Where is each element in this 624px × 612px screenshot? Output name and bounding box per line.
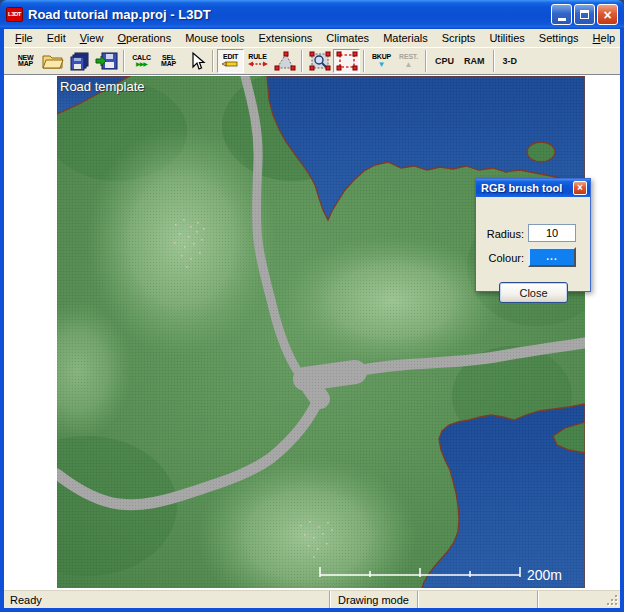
status-message: Ready [4, 591, 330, 608]
pencil-icon [222, 60, 240, 68]
select-map-button[interactable]: SEL MAP [155, 49, 182, 73]
pointer-tool-button[interactable] [182, 49, 209, 73]
scale-label: 200m [527, 567, 562, 583]
dialog-title: RGB brush tool [481, 182, 573, 194]
new-map-button[interactable]: NEW MAP [12, 49, 39, 73]
stacked-disks-icon [69, 51, 91, 71]
open-project-button[interactable] [39, 49, 66, 73]
close-button[interactable]: × [597, 4, 618, 25]
app-icon: L3DT [6, 7, 23, 22]
title-bar[interactable]: L3DT Road tutorial map.proj - L3DT × [0, 0, 624, 29]
cpu-indicator[interactable]: CPU [430, 56, 459, 66]
backup-arrow-icon: ▼ [378, 61, 386, 68]
marquee-selection-button[interactable] [333, 49, 360, 73]
menu-item-mouse-tools[interactable]: Mouse tools [178, 30, 251, 46]
minimize-icon [558, 18, 566, 21]
ruler-tool-button[interactable]: RULE [244, 49, 271, 73]
app-window: L3DT Road tutorial map.proj - L3DT × Fil… [0, 0, 624, 612]
maximize-icon [580, 10, 589, 19]
radius-input[interactable] [528, 224, 576, 242]
status-pane-empty-1 [418, 591, 538, 608]
save-map-button[interactable] [93, 49, 120, 73]
zoom-selection-icon [309, 51, 331, 71]
menu-item-scripts[interactable]: Scripts [435, 30, 483, 46]
status-pane-empty-2 [538, 591, 620, 608]
toolbar: NEW MAP [4, 47, 620, 74]
measure-arrow-icon [248, 60, 268, 68]
calc-map-button[interactable]: CALC ▶▶▶ [128, 49, 155, 73]
menu-item-edit[interactable]: Edit [40, 30, 73, 46]
edit-tool-button[interactable]: EDIT [217, 49, 244, 73]
toolbar-separator [301, 50, 303, 72]
window-border-bottom [0, 608, 624, 612]
save-all-button[interactable] [66, 49, 93, 73]
toolbar-separator [363, 50, 365, 72]
menu-item-settings[interactable]: Settings [532, 30, 586, 46]
restore-button: REST. ▲ [395, 49, 422, 73]
toolbar-separator [425, 50, 427, 72]
dialog-title-bar[interactable]: RGB brush tool × [476, 179, 590, 197]
menu-bar: File Edit View Operations Mouse tools Ex… [4, 29, 620, 47]
polygon-select-button[interactable] [271, 49, 298, 73]
window-title: Road tutorial map.proj - L3DT [28, 7, 551, 22]
selection-rectangle-icon [336, 51, 358, 71]
colour-picker-button[interactable]: ... [528, 247, 576, 267]
status-bar: Ready Drawing mode [4, 590, 620, 608]
colour-label: Colour: [478, 252, 524, 264]
cursor-arrow-icon [186, 51, 206, 71]
minimize-button[interactable] [551, 4, 572, 25]
restore-arrow-icon: ▲ [405, 61, 413, 68]
close-icon: × [603, 8, 611, 22]
radius-label: Radius: [478, 228, 524, 240]
status-mode: Drawing mode [330, 591, 418, 608]
save-disk-icon [95, 51, 119, 71]
menu-item-utilities[interactable]: Utilities [482, 30, 531, 46]
menu-item-extensions[interactable]: Extensions [252, 30, 320, 46]
rgb-brush-tool-dialog: RGB brush tool × Radius: Colour: ... Clo… [475, 178, 591, 292]
menu-item-file[interactable]: File [8, 30, 40, 46]
maximize-button[interactable] [574, 4, 595, 25]
terrain-map[interactable]: 200m Road template [57, 76, 585, 588]
menu-item-view[interactable]: View [73, 30, 111, 46]
menu-item-operations[interactable]: Operations [110, 30, 178, 46]
terrain-map-image[interactable]: 200m [57, 76, 585, 588]
resize-grip[interactable] [615, 603, 617, 605]
ram-indicator[interactable]: RAM [459, 56, 490, 66]
open-folder-icon [42, 52, 64, 70]
menu-item-help[interactable]: Help [586, 30, 623, 46]
map-canvas[interactable]: 200m Road template [4, 74, 620, 590]
map-overlay-title: Road template [60, 79, 145, 94]
menu-item-materials[interactable]: Materials [376, 30, 435, 46]
window-border-right [620, 29, 624, 612]
view-3d-button[interactable]: 3-D [498, 56, 523, 66]
polygon-select-icon [274, 51, 296, 71]
toolbar-separator [212, 50, 214, 72]
zoom-selection-button[interactable] [306, 49, 333, 73]
calc-arrows-icon: ▶▶▶ [136, 61, 147, 67]
toolbar-separator [123, 50, 125, 72]
dialog-close-action-button[interactable]: Close [499, 282, 568, 303]
dialog-close-button[interactable]: × [573, 181, 587, 195]
toolbar-separator [493, 50, 495, 72]
dither-texture [57, 76, 585, 588]
menu-item-climates[interactable]: Climates [319, 30, 376, 46]
backup-button[interactable]: BKUP ▼ [368, 49, 395, 73]
